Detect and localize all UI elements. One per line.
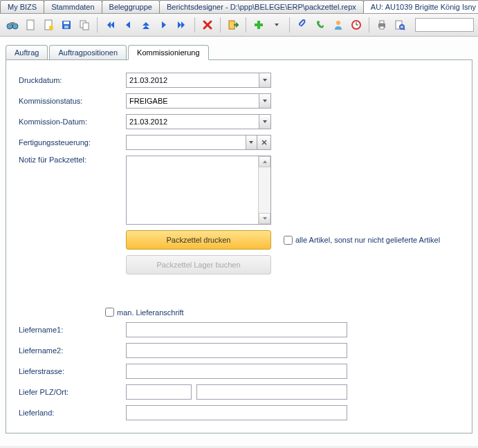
- liefername1-input[interactable]: [126, 322, 347, 337]
- scrollbar[interactable]: [258, 156, 270, 224]
- tab-berichtsdesigner[interactable]: Berichtsdesigner - D:\ppp\BELEGE\ERP\pac…: [159, 0, 364, 13]
- kommissiondatum-input[interactable]: [127, 115, 259, 129]
- alle-artikel-checkbox[interactable]: alle Artikel, sonst nur nicht gelieferte…: [284, 236, 440, 245]
- packzettel-lager-buchen-button: Packzettel Lager buchen: [126, 255, 271, 274]
- svg-line-19: [403, 28, 405, 30]
- preview-icon[interactable]: [392, 17, 408, 33]
- scroll-up-icon[interactable]: [259, 156, 270, 167]
- nav-first-icon[interactable]: [102, 17, 118, 33]
- fertigungssteuerung-label: Fertigungssteuerung:: [19, 138, 126, 147]
- notiz-field[interactable]: [126, 156, 271, 225]
- notiz-textarea[interactable]: [127, 156, 258, 224]
- tab-mybizs[interactable]: My BIZS: [0, 0, 44, 13]
- clock-icon[interactable]: [348, 17, 365, 33]
- druckdatum-label: Druckdatum:: [19, 76, 126, 84]
- plugin-icon[interactable]: [250, 17, 267, 33]
- man-lieferanschrift-label: man. Lieferanschrift: [117, 308, 184, 317]
- clear-fertigung-icon[interactable]: [257, 135, 271, 150]
- svg-rect-8: [64, 26, 68, 28]
- dropdown-icon[interactable]: [259, 94, 270, 108]
- dropdown-icon[interactable]: [246, 136, 257, 149]
- liefername1-label: Liefername1:: [19, 326, 126, 334]
- man-lieferanschrift-input[interactable]: [105, 308, 114, 317]
- new-doc-star-icon[interactable]: [40, 17, 57, 33]
- binoculars-icon[interactable]: [4, 17, 21, 33]
- attach-icon[interactable]: [294, 17, 311, 33]
- tab-kommissionierung[interactable]: Kommissionierung: [128, 45, 208, 60]
- liefer-plz-input[interactable]: [126, 384, 192, 400]
- fertigungssteuerung-input[interactable]: [127, 136, 246, 149]
- inner-tabs: Auftrag Auftragpositionen Kommissionieru…: [6, 45, 472, 60]
- user-icon[interactable]: [330, 17, 347, 33]
- toolbar-search-input[interactable]: [415, 18, 474, 32]
- notiz-label: Notiz für Packzettel:: [19, 156, 126, 164]
- new-doc-icon[interactable]: [22, 17, 39, 33]
- phone-icon[interactable]: [312, 17, 329, 33]
- delete-icon[interactable]: [199, 17, 216, 33]
- lieferstrasse-label: Lieferstrasse:: [19, 367, 126, 375]
- kommissionstatus-label: Kommissionstatus:: [19, 97, 126, 105]
- alle-artikel-input[interactable]: [284, 236, 293, 245]
- kommissiondatum-field[interactable]: [126, 114, 271, 129]
- kommissionstatus-input[interactable]: [127, 94, 259, 108]
- svg-rect-15: [380, 21, 384, 24]
- druckdatum-input[interactable]: [127, 73, 259, 87]
- nav-next-icon[interactable]: [156, 17, 172, 33]
- alle-artikel-label: alle Artikel, sonst nur nicht gelieferte…: [295, 236, 440, 244]
- svg-rect-16: [380, 26, 384, 29]
- toolbar: [0, 14, 478, 37]
- lieferland-label: Lieferland:: [19, 409, 126, 417]
- liefer-ort-input[interactable]: [196, 384, 347, 400]
- liefername2-input[interactable]: [126, 343, 347, 358]
- svg-rect-7: [64, 21, 69, 24]
- tab-auftrag[interactable]: Auftrag: [6, 45, 48, 59]
- man-lieferanschrift-checkbox[interactable]: man. Lieferanschrift: [105, 308, 184, 317]
- svg-point-5: [49, 26, 53, 30]
- liefername2-label: Liefername2:: [19, 346, 126, 355]
- lieferstrasse-input[interactable]: [126, 364, 347, 379]
- svg-rect-10: [83, 23, 89, 30]
- svg-rect-2: [10, 22, 15, 25]
- svg-rect-11: [229, 21, 235, 29]
- druckdatum-field[interactable]: [126, 73, 271, 88]
- print-icon[interactable]: [374, 17, 390, 33]
- dropdown-icon[interactable]: [259, 115, 270, 129]
- tab-stammdaten[interactable]: Stammdaten: [44, 0, 102, 13]
- exit-icon[interactable]: [225, 17, 241, 33]
- nav-last-icon[interactable]: [174, 17, 190, 33]
- kommissiondatum-label: Kommission-Datum:: [19, 118, 126, 126]
- liefer-plz-ort-label: Liefer PLZ/Ort:: [19, 388, 126, 396]
- kommissionstatus-field[interactable]: [126, 93, 271, 109]
- svg-point-12: [336, 21, 340, 25]
- tab-auftragpositionen[interactable]: Auftragpositionen: [49, 45, 127, 59]
- kommissionierung-panel: Druckdatum: Kommissionstatus: Kommission…: [6, 60, 472, 433]
- scroll-down-icon[interactable]: [259, 213, 270, 224]
- dropdown-arrow-icon[interactable]: [268, 17, 285, 33]
- tab-au1039[interactable]: AU: AU1039 Brigitte König Isny: [363, 0, 478, 13]
- dropdown-icon[interactable]: [259, 73, 270, 87]
- save-icon[interactable]: [58, 17, 75, 33]
- window-tabs: My BIZS Stammdaten Beleggruppe Berichtsd…: [0, 0, 478, 14]
- packzettel-drucken-button[interactable]: Packzettel drucken: [126, 230, 271, 250]
- lieferland-input[interactable]: [126, 405, 347, 420]
- nav-prev-icon[interactable]: [120, 17, 136, 33]
- copy-icon[interactable]: [76, 17, 93, 33]
- fertigungssteuerung-field[interactable]: [126, 135, 257, 150]
- nav-up-icon[interactable]: [138, 17, 154, 33]
- tab-beleggruppe[interactable]: Beleggruppe: [102, 0, 160, 13]
